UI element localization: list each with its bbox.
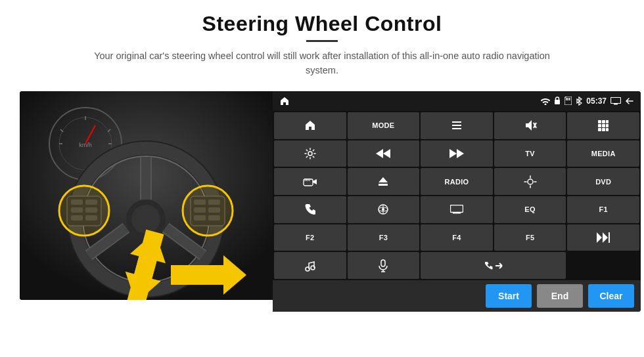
svg-marker-81 bbox=[597, 232, 602, 243]
svg-rect-55 bbox=[602, 124, 605, 127]
btn-radio[interactable]: RADIO bbox=[421, 168, 493, 195]
page-subtitle: Your original car's steering wheel contr… bbox=[85, 49, 559, 78]
control-panel: 05:37 bbox=[273, 91, 641, 312]
bluetooth-icon bbox=[576, 96, 582, 106]
content-row: km/h bbox=[20, 91, 624, 312]
svg-marker-61 bbox=[383, 149, 390, 158]
back-icon bbox=[625, 97, 634, 105]
btn-media[interactable]: MEDIA bbox=[567, 140, 639, 167]
svg-point-35 bbox=[59, 186, 109, 236]
car-background: km/h bbox=[20, 91, 273, 300]
svg-rect-58 bbox=[602, 128, 605, 131]
btn-f5[interactable]: F5 bbox=[494, 224, 566, 251]
svg-rect-54 bbox=[598, 124, 601, 127]
svg-marker-62 bbox=[376, 149, 383, 158]
svg-rect-79 bbox=[450, 205, 463, 213]
sd-card-icon bbox=[564, 96, 572, 105]
btn-list[interactable] bbox=[421, 112, 493, 139]
btn-f2[interactable]: F2 bbox=[274, 224, 346, 251]
svg-marker-64 bbox=[457, 149, 464, 158]
btn-360cam[interactable]: 360 bbox=[274, 168, 346, 195]
svg-marker-68 bbox=[379, 177, 388, 182]
svg-rect-45 bbox=[614, 104, 618, 105]
svg-rect-52 bbox=[602, 120, 605, 123]
btn-volphone[interactable] bbox=[421, 252, 566, 279]
btn-playpause[interactable] bbox=[567, 224, 639, 251]
svg-marker-66 bbox=[313, 179, 317, 184]
svg-point-36 bbox=[183, 186, 233, 236]
btn-apps[interactable] bbox=[567, 112, 639, 139]
btn-screen[interactable] bbox=[421, 196, 493, 223]
svg-rect-83 bbox=[609, 232, 610, 243]
svg-marker-63 bbox=[449, 149, 457, 158]
svg-rect-57 bbox=[598, 128, 601, 131]
btn-mic[interactable] bbox=[348, 252, 420, 279]
svg-point-60 bbox=[308, 152, 312, 156]
car-image-section: km/h bbox=[20, 91, 273, 300]
btn-home[interactable] bbox=[274, 112, 346, 139]
wifi-icon bbox=[541, 97, 550, 105]
svg-point-70 bbox=[528, 179, 533, 184]
svg-point-14 bbox=[131, 205, 160, 234]
button-grid: MODE bbox=[273, 111, 641, 280]
svg-rect-41 bbox=[566, 98, 567, 100]
svg-rect-40 bbox=[555, 100, 560, 104]
status-time: 05:37 bbox=[586, 96, 607, 106]
btn-dvd[interactable]: DVD bbox=[567, 168, 639, 195]
btn-f3[interactable]: F3 bbox=[348, 224, 420, 251]
svg-rect-53 bbox=[606, 120, 609, 123]
btn-eq[interactable]: EQ bbox=[494, 196, 566, 223]
btn-brightness[interactable] bbox=[494, 168, 566, 195]
btn-eject[interactable] bbox=[348, 168, 420, 195]
title-divider bbox=[306, 40, 338, 42]
title-section: Steering Wheel Control Your original car… bbox=[85, 12, 559, 87]
btn-prev[interactable] bbox=[348, 140, 420, 167]
btn-f4[interactable]: F4 bbox=[421, 224, 493, 251]
home-icon bbox=[279, 96, 290, 106]
status-right: 05:37 bbox=[541, 96, 634, 106]
steering-wheel-image: km/h bbox=[20, 91, 273, 300]
svg-rect-86 bbox=[381, 260, 385, 266]
svg-rect-43 bbox=[569, 98, 570, 100]
start-button[interactable]: Start bbox=[486, 284, 532, 308]
svg-rect-59 bbox=[606, 128, 609, 131]
svg-rect-56 bbox=[606, 124, 609, 127]
btn-tv[interactable]: TV bbox=[494, 140, 566, 167]
btn-mute[interactable] bbox=[494, 112, 566, 139]
btn-navi[interactable] bbox=[348, 196, 420, 223]
page-container: Steering Wheel Control Your original car… bbox=[0, 0, 644, 357]
page-title: Steering Wheel Control bbox=[85, 12, 559, 36]
btn-phone[interactable] bbox=[274, 196, 346, 223]
status-bar: 05:37 bbox=[273, 91, 641, 111]
display-icon bbox=[610, 97, 621, 105]
svg-marker-82 bbox=[603, 232, 608, 243]
btn-f1[interactable]: F1 bbox=[567, 196, 639, 223]
svg-text:360: 360 bbox=[304, 178, 310, 182]
action-bar: Start End Clear bbox=[273, 280, 641, 312]
status-left bbox=[279, 96, 290, 106]
lock-icon bbox=[554, 96, 561, 105]
svg-rect-80 bbox=[453, 213, 461, 214]
btn-next[interactable] bbox=[421, 140, 493, 167]
btn-mode[interactable]: MODE bbox=[348, 112, 420, 139]
btn-settings[interactable] bbox=[274, 140, 346, 167]
svg-rect-42 bbox=[568, 98, 569, 100]
svg-rect-44 bbox=[611, 97, 621, 103]
end-button[interactable]: End bbox=[537, 284, 583, 308]
clear-button[interactable]: Clear bbox=[588, 284, 634, 308]
btn-music[interactable] bbox=[274, 252, 346, 279]
svg-rect-69 bbox=[379, 184, 388, 186]
svg-rect-51 bbox=[598, 120, 601, 123]
